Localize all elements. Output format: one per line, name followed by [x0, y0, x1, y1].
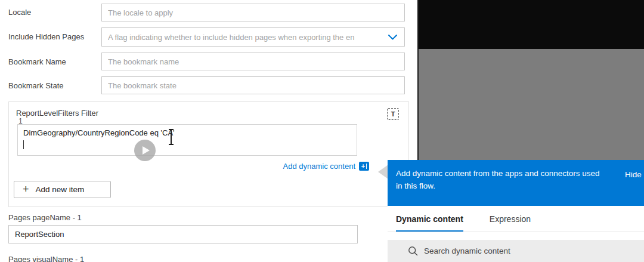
reportlevelfilters-section: ReportLevelFilters Filter T 1 DimGeograp… — [8, 101, 409, 207]
filter-value-line: DimGeography/CountryRegionCode eq 'CA' — [23, 128, 351, 139]
add-new-item-label: Add new item — [36, 185, 85, 194]
add-dynamic-content-icon[interactable]: + — [359, 162, 369, 171]
add-dynamic-content-link[interactable]: Add dynamic content — [283, 162, 355, 171]
search-dynamic-content-input[interactable]: Search dynamic content — [388, 240, 644, 262]
dynamic-content-callout-banner: Add dynamic content from the apps and co… — [388, 160, 644, 206]
panel-tabs: Dynamic content Expression — [396, 206, 531, 232]
dynamic-content-panel: Dynamic content Expression Search dynami… — [388, 206, 644, 262]
play-button-overlay[interactable] — [134, 140, 156, 161]
plus-icon: + — [23, 184, 29, 195]
pages-pagename-input[interactable] — [8, 225, 358, 243]
backdrop-gray-region — [419, 49, 644, 160]
tab-expression[interactable]: Expression — [490, 206, 531, 232]
screen: Locale Include Hidden Pages A flag indic… — [0, 0, 644, 262]
chevron-down-icon[interactable] — [388, 35, 397, 40]
array-toggle-glyph: T — [391, 110, 395, 118]
include-hidden-pages-value: A flag indicating whether to include hid… — [108, 33, 388, 42]
play-icon — [143, 146, 150, 155]
adc-plus-glyph: + — [361, 163, 365, 169]
window-edge-line — [417, 0, 419, 160]
callout-banner-text: Add dynamic content from the apps and co… — [396, 167, 602, 192]
backdrop-black-region — [419, 0, 644, 49]
locale-label: Locale — [8, 8, 31, 17]
callout-beak — [378, 165, 388, 179]
bookmark-state-label: Bookmark State — [8, 81, 64, 90]
search-placeholder: Search dynamic content — [424, 246, 510, 255]
bookmark-name-input[interactable] — [101, 53, 405, 70]
add-new-item-button[interactable]: + Add new item — [14, 181, 111, 198]
bookmark-state-input[interactable] — [101, 76, 405, 94]
adc-bar-glyph — [366, 164, 367, 169]
include-hidden-pages-dropdown[interactable]: A flag indicating whether to include hid… — [101, 27, 405, 47]
text-cursor — [168, 129, 175, 145]
text-caret — [23, 140, 24, 149]
locale-input[interactable] — [101, 4, 405, 21]
include-hidden-pages-label: Include Hidden Pages — [8, 32, 84, 41]
pages-pagename-label: Pages pageName - 1 — [8, 213, 82, 222]
switch-to-input-entire-array-icon[interactable]: T — [387, 108, 399, 120]
filter-value-textarea[interactable]: DimGeography/CountryRegionCode eq 'CA' — [17, 124, 357, 156]
pages-visualname-label: Pages visualName - 1 — [8, 255, 84, 262]
panel-divider — [388, 232, 644, 232]
bookmark-name-label: Bookmark Name — [8, 57, 66, 66]
hide-link[interactable]: Hide — [625, 170, 642, 179]
reportlevelfilters-section-title: ReportLevelFilters Filter — [16, 109, 98, 118]
tab-dynamic-content[interactable]: Dynamic content — [396, 206, 463, 232]
add-dynamic-content-row: Add dynamic content + — [224, 162, 369, 171]
search-icon — [408, 246, 418, 256]
